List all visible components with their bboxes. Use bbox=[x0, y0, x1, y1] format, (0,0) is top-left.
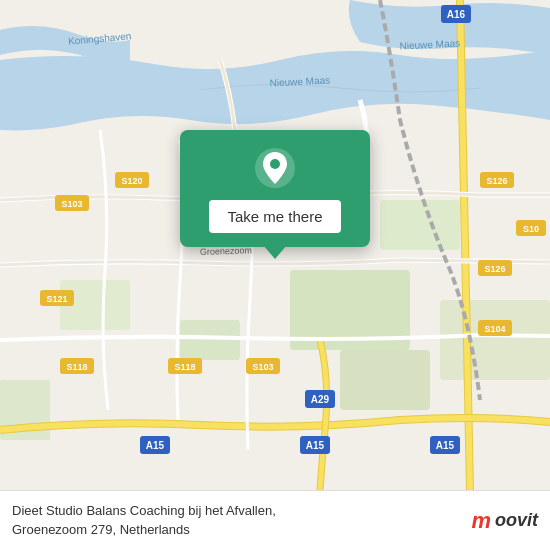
svg-text:S118: S118 bbox=[66, 362, 87, 372]
svg-text:S104: S104 bbox=[484, 324, 505, 334]
moovit-m-letter: m bbox=[471, 508, 491, 534]
svg-text:S103: S103 bbox=[252, 362, 273, 372]
svg-rect-7 bbox=[440, 300, 550, 380]
location-pin-icon bbox=[253, 146, 297, 190]
svg-text:A15: A15 bbox=[146, 440, 165, 451]
svg-text:A16: A16 bbox=[447, 9, 466, 20]
svg-text:A15: A15 bbox=[436, 440, 455, 451]
svg-text:S126: S126 bbox=[486, 176, 507, 186]
moovit-logo: m oovit bbox=[471, 508, 538, 534]
svg-text:A29: A29 bbox=[311, 394, 330, 405]
moovit-text: oovit bbox=[495, 510, 538, 531]
svg-text:A15: A15 bbox=[306, 440, 325, 451]
address-line2: Groenezoom 279, Netherlands bbox=[12, 522, 190, 537]
svg-text:S10: S10 bbox=[523, 224, 539, 234]
take-me-there-button[interactable]: Take me there bbox=[209, 200, 340, 233]
svg-rect-6 bbox=[340, 350, 430, 410]
address-text: Dieet Studio Balans Coaching bij het Afv… bbox=[12, 502, 471, 538]
svg-text:S121: S121 bbox=[46, 294, 67, 304]
address-line1: Dieet Studio Balans Coaching bij het Afv… bbox=[12, 503, 276, 518]
svg-text:S118: S118 bbox=[174, 362, 195, 372]
svg-rect-2 bbox=[180, 320, 240, 360]
bottom-bar: Dieet Studio Balans Coaching bij het Afv… bbox=[0, 490, 550, 550]
svg-text:S120: S120 bbox=[121, 176, 142, 186]
map-container: S103 S120 S121 S118 S118 S103 S103 S126 … bbox=[0, 0, 550, 490]
svg-text:S103: S103 bbox=[61, 199, 82, 209]
svg-point-46 bbox=[270, 159, 280, 169]
svg-rect-3 bbox=[380, 200, 460, 250]
popup-card: Take me there bbox=[180, 130, 370, 247]
svg-text:S126: S126 bbox=[484, 264, 505, 274]
